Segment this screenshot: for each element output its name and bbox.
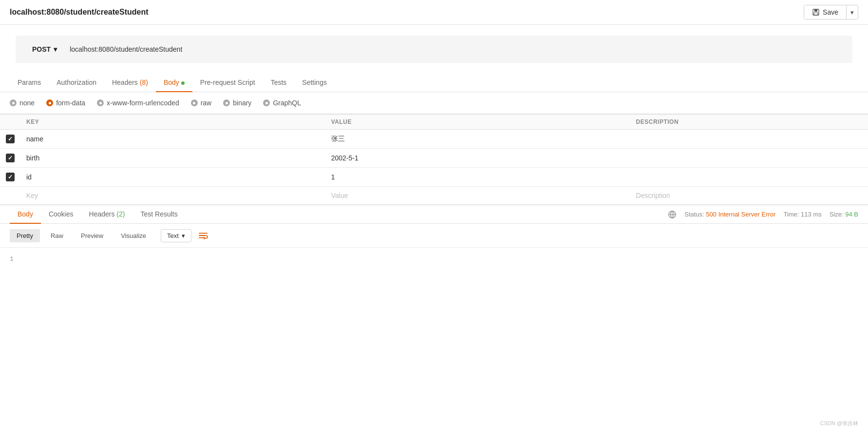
empty-desc-cell[interactable]: Description: [630, 187, 868, 205]
svg-rect-2: [814, 13, 818, 15]
body-dot: [181, 81, 185, 85]
col-header-value: VALUE: [325, 115, 630, 130]
format-btn-raw[interactable]: Raw: [44, 229, 70, 242]
size-value: 94 B: [845, 211, 858, 218]
tab-tests[interactable]: Tests: [263, 74, 295, 92]
globe-icon: [668, 210, 677, 219]
radio-circle-none: [10, 99, 17, 106]
row1-value-cell[interactable]: 张三: [325, 130, 630, 149]
save-button-wrapper: Save ▾: [804, 5, 858, 20]
bottom-tab-headers[interactable]: Headers (2): [81, 205, 133, 224]
response-body: 1: [0, 248, 868, 277]
row2-checkbox[interactable]: ✓: [6, 154, 15, 162]
col-header-check: [0, 115, 20, 130]
radio-none[interactable]: none: [10, 99, 35, 107]
radio-circle-graphql: [263, 99, 270, 106]
form-data-table: KEY VALUE DESCRIPTION ✓ name 张三: [0, 114, 868, 205]
row1-key-cell[interactable]: name: [20, 130, 325, 149]
row2-desc-cell[interactable]: [630, 149, 868, 168]
radio-graphql[interactable]: GraphQL: [263, 99, 301, 107]
body-type-row: none form-data x-www-form-urlencoded raw…: [0, 92, 868, 114]
table-row: ✓ birth 2002-5-1: [0, 149, 868, 168]
radio-raw[interactable]: raw: [191, 99, 212, 107]
text-select-chevron-icon: ▾: [182, 232, 185, 239]
bottom-tab-cookies[interactable]: Cookies: [41, 205, 81, 224]
radio-circle-raw: [191, 99, 198, 106]
col-header-desc: DESCRIPTION: [630, 115, 868, 130]
row3-checkbox[interactable]: ✓: [6, 173, 15, 181]
wrap-toggle-button[interactable]: [195, 229, 211, 242]
tab-settings[interactable]: Settings: [294, 74, 335, 92]
page-title: localhost:8080/student/createStudent: [10, 8, 149, 17]
save-chevron-button[interactable]: ▾: [846, 6, 858, 19]
format-btn-preview[interactable]: Preview: [74, 229, 110, 242]
radio-circle-urlencoded: [97, 99, 104, 106]
format-btn-pretty[interactable]: Pretty: [10, 229, 40, 242]
line-number-1: 1: [10, 255, 14, 263]
row2-key-cell[interactable]: birth: [20, 149, 325, 168]
bottom-section: Body Cookies Headers (2) Test Results St…: [0, 205, 868, 277]
request-tabs: Params Authorization Headers (8) Body Pr…: [0, 74, 868, 92]
status-label: Status: 500 Internal Server Error: [684, 211, 775, 218]
empty-key-cell[interactable]: Key: [20, 187, 325, 205]
url-bar-container: POST ▾: [0, 25, 868, 74]
svg-rect-1: [814, 9, 817, 12]
status-bar: Status: 500 Internal Server Error Time: …: [668, 210, 858, 219]
radio-binary[interactable]: binary: [223, 99, 251, 107]
save-button[interactable]: Save: [804, 5, 846, 19]
tab-authorization[interactable]: Authorization: [49, 74, 104, 92]
row1-desc-cell[interactable]: [630, 130, 868, 149]
save-icon: [812, 8, 820, 16]
size-label: Size: 94 B: [830, 211, 858, 218]
row1-checkbox[interactable]: ✓: [6, 135, 15, 143]
chevron-down-icon: ▾: [850, 9, 854, 16]
row3-value-cell[interactable]: 1: [325, 168, 630, 187]
row2-check-cell: ✓: [0, 149, 20, 168]
bottom-tabs-row: Body Cookies Headers (2) Test Results St…: [0, 205, 868, 224]
table-row: ✓ id 1: [0, 168, 868, 187]
url-bar: POST ▾: [16, 36, 852, 63]
bottom-tabs-left: Body Cookies Headers (2) Test Results: [10, 205, 186, 223]
table-row: ✓ name 张三: [0, 130, 868, 149]
time-label: Time: 113 ms: [783, 211, 821, 218]
tab-params[interactable]: Params: [10, 74, 49, 92]
url-input[interactable]: [64, 41, 843, 57]
top-bar: localhost:8080/student/createStudent Sav…: [0, 0, 868, 25]
form-data-table-container: KEY VALUE DESCRIPTION ✓ name 张三: [0, 114, 868, 205]
bottom-tab-test-results[interactable]: Test Results: [132, 205, 185, 224]
radio-urlencoded[interactable]: x-www-form-urlencoded: [97, 99, 179, 107]
table-empty-row: Key Value Description: [0, 187, 868, 205]
row2-value-cell[interactable]: 2002-5-1: [325, 149, 630, 168]
tab-headers[interactable]: Headers (8): [104, 74, 156, 92]
row1-check-cell: ✓: [0, 130, 20, 149]
method-select[interactable]: POST ▾: [25, 41, 64, 57]
radio-circle-form-data: [46, 99, 53, 106]
row3-key-cell[interactable]: id: [20, 168, 325, 187]
empty-value-cell[interactable]: Value: [325, 187, 630, 205]
col-header-key: KEY: [20, 115, 325, 130]
tab-body[interactable]: Body: [156, 74, 192, 92]
radio-circle-binary: [223, 99, 230, 106]
row3-desc-cell[interactable]: [630, 168, 868, 187]
radio-form-data[interactable]: form-data: [46, 99, 85, 107]
text-format-select[interactable]: Text ▾: [161, 229, 191, 242]
method-chevron-icon: ▾: [54, 45, 57, 53]
format-bar: Pretty Raw Preview Visualize Text ▾: [0, 224, 868, 248]
row3-check-cell: ✓: [0, 168, 20, 187]
status-value: 500 Internal Server Error: [706, 211, 775, 218]
wrap-icon: [198, 231, 208, 240]
bottom-tab-body[interactable]: Body: [10, 205, 41, 224]
method-label: POST: [32, 45, 51, 53]
tab-pre-request[interactable]: Pre-request Script: [192, 74, 263, 92]
format-btn-visualize[interactable]: Visualize: [114, 229, 153, 242]
